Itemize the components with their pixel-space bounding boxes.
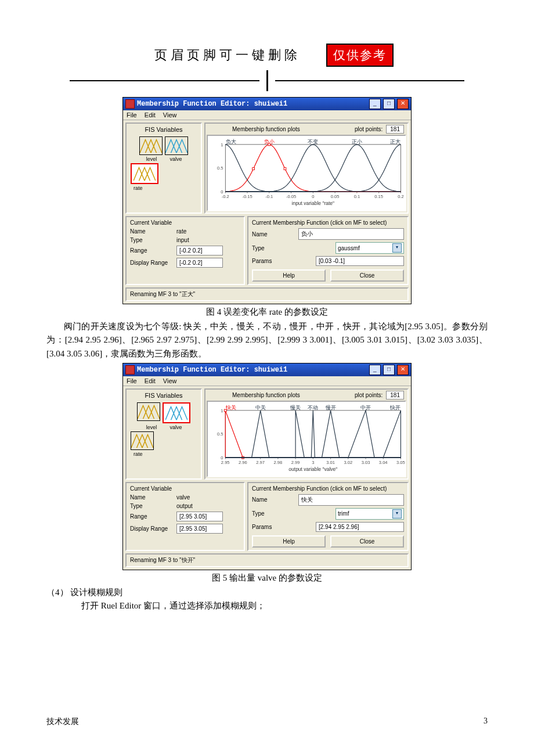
svg-text:中关: 中关: [255, 405, 266, 411]
cvar-range-input[interactable]: [-0.2 0.2]: [176, 246, 223, 255]
svg-text:-0.05: -0.05: [286, 194, 296, 199]
mf-params-input[interactable]: [2.94 2.95 2.96]: [316, 522, 404, 532]
cvar-type-label: Type: [130, 503, 176, 509]
cvar-type-label: Type: [130, 237, 176, 243]
current-variable-panel: Current Variable NamerateTypeinputRange[…: [125, 216, 245, 285]
svg-text:不变: 不变: [308, 139, 318, 145]
mf-name-label: Name: [252, 496, 298, 503]
svg-text:慢关: 慢关: [290, 405, 301, 411]
mf-plot-rate[interactable]: 00.51-0.2-0.15-0.1-0.0500.050.10.150.2in…: [207, 135, 406, 211]
fis-var-rate[interactable]: [131, 431, 154, 450]
svg-text:3.01: 3.01: [326, 460, 335, 465]
minimize-button[interactable]: _: [369, 99, 381, 109]
svg-text:负大: 负大: [226, 139, 236, 145]
plot-points-input[interactable]: 181: [386, 125, 404, 134]
mf-plot-valve[interactable]: 00.512.952.962.972.982.9933.013.023.033.…: [207, 401, 406, 477]
fis-var-level[interactable]: [137, 402, 160, 421]
svg-text:0.05: 0.05: [331, 194, 340, 199]
svg-text:0.5: 0.5: [217, 431, 223, 437]
svg-text:3.04: 3.04: [379, 460, 388, 465]
mf-type-label: Type: [252, 510, 298, 517]
close-button[interactable]: Close: [330, 535, 404, 548]
section-title: 设计模糊规则: [68, 588, 123, 597]
app-icon: [125, 99, 135, 109]
fis-variables-panel: FIS Variables levelvalve rate: [125, 388, 202, 480]
window-title: Membership Function Editor: shuiwei1: [137, 366, 369, 374]
menubar: File Edit View: [123, 110, 411, 120]
plot-points-input[interactable]: 181: [386, 391, 404, 399]
cvar-display-range-input[interactable]: [-0.2 0.2]: [176, 258, 223, 268]
fis-var-level[interactable]: [139, 136, 163, 155]
fis-variables-label: FIS Variables: [129, 392, 199, 399]
fis-var-valve[interactable]: [163, 402, 190, 423]
minimize-button[interactable]: _: [369, 365, 381, 375]
svg-text:慢开: 慢开: [325, 405, 336, 411]
header-stamp: 仅供参考: [326, 44, 394, 67]
mf-type-select[interactable]: gaussmf▾: [335, 242, 404, 254]
maximize-button[interactable]: □: [383, 365, 395, 375]
menu-file[interactable]: File: [127, 377, 137, 384]
menu-file[interactable]: File: [127, 111, 137, 118]
window-title: Membership Function Editor: shuiwei1: [137, 100, 369, 108]
svg-text:output variable "valve": output variable "valve": [288, 466, 337, 472]
cvar-display-range-label: Display Range: [130, 260, 176, 266]
svg-text:快开: 快开: [389, 405, 400, 411]
svg-text:0.1: 0.1: [354, 194, 360, 199]
help-button[interactable]: Help: [252, 269, 326, 282]
maximize-button[interactable]: □: [383, 99, 395, 109]
section-body: 打开 Ruel Editor 窗口，通过选择添加模糊规则；: [46, 599, 488, 613]
plot-title: Membership function plots: [232, 392, 300, 398]
current-variable-panel: Current Variable NamevalveTypeoutputRang…: [125, 482, 245, 551]
cvar-name-label: Name: [130, 228, 176, 235]
close-button[interactable]: ✕: [397, 365, 409, 375]
page-footer: 技术发展 3: [46, 717, 488, 727]
fis-variables-panel: FIS Variables levelvalve rate: [125, 123, 202, 214]
svg-text:3.03: 3.03: [362, 460, 370, 465]
svg-text:-0.15: -0.15: [242, 194, 252, 199]
editor-window-valve: Membership Function Editor: shuiwei1 _ □…: [122, 363, 412, 570]
cvar-display-range-input[interactable]: [2.95 3.05]: [176, 524, 223, 534]
svg-text:正小: 正小: [352, 139, 362, 145]
cvar-range-input[interactable]: [2.95 3.05]: [176, 512, 223, 521]
mf-params-input[interactable]: [0.03 -0.1]: [316, 256, 404, 266]
status-bar: Renaming MF 3 to "正大": [125, 287, 409, 301]
svg-text:2.98: 2.98: [274, 460, 283, 465]
mf-name-input[interactable]: 快关: [298, 494, 404, 506]
menu-view[interactable]: View: [163, 111, 177, 118]
page-header: 页眉页脚可一键删除 仅供参考: [46, 44, 488, 67]
svg-text:0.15: 0.15: [374, 194, 383, 199]
menu-edit[interactable]: Edit: [145, 377, 156, 384]
panel-title: Current Variable: [130, 485, 240, 492]
mf-name-label: Name: [252, 231, 298, 237]
fis-var-valve[interactable]: [165, 136, 188, 155]
svg-text:0.2: 0.2: [398, 194, 404, 199]
fis-var-rate[interactable]: [131, 163, 158, 184]
fis-variables-label: FIS Variables: [129, 126, 199, 133]
svg-text:-0.2: -0.2: [222, 194, 229, 199]
menu-edit[interactable]: Edit: [145, 111, 156, 118]
titlebar[interactable]: Membership Function Editor: shuiwei1 _ □…: [123, 363, 411, 376]
svg-text:3: 3: [312, 460, 314, 465]
menu-view[interactable]: View: [163, 377, 177, 384]
mf-name-input[interactable]: 负小: [298, 228, 404, 240]
mf-type-select[interactable]: trimf▾: [335, 508, 404, 520]
cvar-name-label: Name: [130, 494, 176, 501]
close-button[interactable]: ✕: [397, 99, 409, 109]
plot-points-label: plot points:: [355, 126, 383, 132]
titlebar[interactable]: Membership Function Editor: shuiwei1 _ □…: [123, 98, 411, 110]
svg-text:2.96: 2.96: [239, 460, 247, 465]
svg-rect-59: [224, 409, 226, 412]
mf-params-label: Params: [252, 524, 298, 530]
header-text: 页眉页脚可一键删除: [154, 46, 301, 64]
close-button[interactable]: Close: [330, 269, 404, 282]
cvar-display-range-label: Display Range: [130, 525, 176, 532]
menubar: File Edit View: [123, 376, 411, 386]
plot-title: Membership function plots: [232, 126, 300, 132]
svg-text:2.97: 2.97: [256, 460, 265, 465]
svg-text:1: 1: [221, 408, 223, 413]
help-button[interactable]: Help: [252, 535, 326, 548]
svg-text:-0.1: -0.1: [265, 194, 273, 199]
chevron-down-icon: ▾: [392, 509, 402, 519]
status-bar: Renaming MF 3 to "快开": [125, 553, 409, 567]
svg-rect-26: [268, 143, 270, 146]
